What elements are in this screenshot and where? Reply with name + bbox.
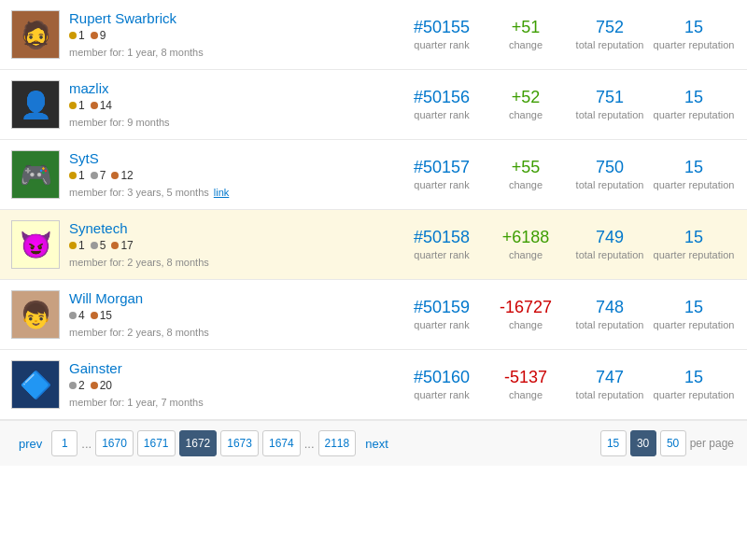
- rank-value-mazlix: #50156: [400, 88, 484, 107]
- badge-count-bronze: 17: [120, 239, 133, 252]
- page-1-button[interactable]: 1: [51, 430, 78, 456]
- change-label: change: [509, 249, 543, 260]
- user-row-syts: 🎮SytS1712member for: 3 years, 5 monthsli…: [0, 140, 747, 210]
- badges-will: 415: [69, 309, 400, 322]
- change-value-rupert: +51: [484, 18, 568, 37]
- badge-count-bronze: 15: [100, 309, 112, 322]
- page-nav: prev 1 ... 1670 1671 1672 1673 1674 ... …: [13, 430, 394, 456]
- dots-right: ...: [304, 437, 315, 451]
- badge-dot-bronze: [91, 32, 98, 39]
- badge-gold-rupert: 1: [69, 29, 85, 42]
- user-row-will: 👦Will Morgan415member for: 2 years, 8 mo…: [0, 280, 747, 350]
- avatar-rupert: 🧔: [11, 10, 60, 59]
- user-name-gainster[interactable]: Gainster: [69, 360, 400, 376]
- badge-dot-gold: [69, 242, 77, 249]
- quarter-rep-value-mazlix: 15: [652, 88, 736, 107]
- quarter-rep-block-will: 15quarter reputation: [652, 298, 736, 331]
- user-info-rupert: Rupert Swarbrick19member for: 1 year, 8 …: [69, 10, 400, 59]
- dots-left: ...: [81, 437, 92, 451]
- badge-count-gold: 1: [78, 169, 85, 182]
- change-value-will: -16727: [484, 298, 568, 317]
- badge-count-gold: 1: [78, 239, 85, 252]
- page-1671-button[interactable]: 1671: [137, 430, 176, 456]
- rank-label: quarter rank: [414, 179, 469, 190]
- user-name-will[interactable]: Will Morgan: [69, 290, 400, 306]
- rank-block-synetech: #50158quarter rank: [400, 228, 484, 261]
- page-1674-button[interactable]: 1674: [262, 430, 301, 456]
- next-button[interactable]: next: [359, 430, 394, 456]
- badge-dot-silver: [91, 242, 98, 249]
- badge-bronze-rupert: 9: [91, 29, 106, 42]
- user-info-syts: SytS1712member for: 3 years, 5 monthslin…: [69, 150, 400, 199]
- prev-button[interactable]: prev: [13, 430, 48, 456]
- user-name-synetech[interactable]: Synetech: [69, 220, 400, 236]
- per-page-15-button[interactable]: 15: [600, 430, 627, 456]
- total-rep-value-will: 748: [568, 298, 652, 317]
- quarter-rep-label: quarter reputation: [654, 249, 735, 260]
- member-since-synetech: member for: 2 years, 8 months: [69, 257, 209, 268]
- badge-count-gold: 1: [78, 99, 85, 112]
- total-rep-label: total reputation: [576, 109, 644, 120]
- change-block-synetech: +6188change: [484, 228, 568, 261]
- page-1672-button[interactable]: 1672: [179, 430, 218, 456]
- change-value-syts: +55: [484, 158, 568, 177]
- badge-dot-gold: [69, 32, 77, 39]
- rank-value-will: #50159: [400, 298, 484, 317]
- change-value-mazlix: +52: [484, 88, 568, 107]
- rank-label: quarter rank: [414, 389, 469, 400]
- rank-label: quarter rank: [414, 39, 469, 50]
- quarter-rep-value-will: 15: [652, 298, 736, 317]
- quarter-rep-block-gainster: 15quarter reputation: [652, 368, 736, 401]
- page-2118-button[interactable]: 2118: [318, 430, 357, 456]
- page-1673-button[interactable]: 1673: [220, 430, 259, 456]
- badges-gainster: 220: [69, 379, 400, 392]
- badge-count-bronze: 20: [100, 379, 112, 392]
- total-rep-value-rupert: 752: [568, 18, 652, 37]
- rank-block-will: #50159quarter rank: [400, 298, 484, 331]
- change-label: change: [509, 389, 543, 400]
- user-name-mazlix[interactable]: mazlix: [69, 80, 400, 96]
- member-since-syts: member for: 3 years, 5 months: [69, 187, 209, 198]
- quarter-rep-block-rupert: 15quarter reputation: [652, 18, 736, 51]
- per-page-30-button[interactable]: 30: [630, 430, 656, 456]
- quarter-rep-block-synetech: 15quarter reputation: [652, 228, 736, 261]
- per-page-50-button[interactable]: 50: [660, 430, 686, 456]
- badge-silver-will: 4: [69, 309, 85, 322]
- total-rep-label: total reputation: [576, 249, 644, 260]
- badge-count-gold: 1: [78, 29, 85, 42]
- change-label: change: [509, 109, 543, 120]
- rank-block-mazlix: #50156quarter rank: [400, 88, 484, 121]
- change-label: change: [509, 39, 543, 50]
- total-rep-block-syts: 750total reputation: [568, 158, 652, 191]
- badge-count-bronze: 9: [100, 29, 106, 42]
- quarter-rep-block-syts: 15quarter reputation: [652, 158, 736, 191]
- quarter-rep-value-syts: 15: [652, 158, 736, 177]
- badge-bronze-will: 15: [91, 309, 112, 322]
- member-since-rupert: member for: 1 year, 8 months: [69, 47, 204, 58]
- badge-bronze-gainster: 20: [91, 379, 112, 392]
- page-1670-button[interactable]: 1670: [95, 430, 134, 456]
- badge-count-silver: 2: [78, 379, 85, 392]
- change-label: change: [509, 179, 543, 190]
- total-rep-block-rupert: 752total reputation: [568, 18, 652, 51]
- badge-dot-silver: [69, 312, 77, 319]
- member-since-gainster: member for: 1 year, 7 months: [69, 397, 204, 408]
- per-page-label: per page: [690, 437, 734, 450]
- profile-link-syts[interactable]: link: [214, 187, 230, 198]
- quarter-rep-value-gainster: 15: [652, 368, 736, 387]
- change-block-mazlix: +52change: [484, 88, 568, 121]
- pagination-bar: prev 1 ... 1670 1671 1672 1673 1674 ... …: [0, 420, 747, 466]
- per-page-section: 15 30 50 per page: [600, 430, 734, 456]
- member-since-will: member for: 2 years, 8 months: [69, 327, 209, 338]
- user-name-syts[interactable]: SytS: [69, 150, 400, 166]
- change-value-synetech: +6188: [484, 228, 568, 247]
- change-label: change: [509, 319, 543, 330]
- user-name-rupert[interactable]: Rupert Swarbrick: [69, 10, 400, 26]
- badges-syts: 1712: [69, 169, 400, 182]
- quarter-rep-label: quarter reputation: [654, 39, 735, 50]
- rank-block-gainster: #50160quarter rank: [400, 368, 484, 401]
- change-block-rupert: +51change: [484, 18, 568, 51]
- badge-silver-gainster: 2: [69, 379, 85, 392]
- rank-label: quarter rank: [414, 319, 469, 330]
- user-info-synetech: Synetech1517member for: 2 years, 8 month…: [69, 220, 400, 269]
